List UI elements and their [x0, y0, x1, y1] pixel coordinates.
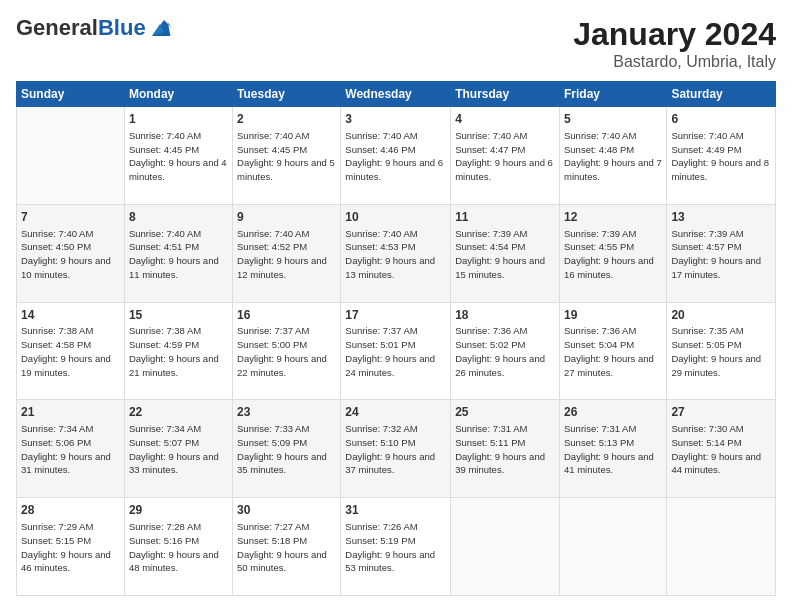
- day-info: Sunrise: 7:40 AMSunset: 4:52 PMDaylight:…: [237, 227, 336, 282]
- calendar-cell: 19Sunrise: 7:36 AMSunset: 5:04 PMDayligh…: [559, 302, 666, 400]
- day-number: 16: [237, 307, 336, 324]
- day-info: Sunrise: 7:30 AMSunset: 5:14 PMDaylight:…: [671, 422, 771, 477]
- day-info: Sunrise: 7:36 AMSunset: 5:04 PMDaylight:…: [564, 324, 662, 379]
- calendar-week-row: 7Sunrise: 7:40 AMSunset: 4:50 PMDaylight…: [17, 204, 776, 302]
- calendar-cell: [451, 498, 560, 596]
- day-number: 23: [237, 404, 336, 421]
- day-number: 26: [564, 404, 662, 421]
- calendar-cell: 16Sunrise: 7:37 AMSunset: 5:00 PMDayligh…: [233, 302, 341, 400]
- calendar-cell: 14Sunrise: 7:38 AMSunset: 4:58 PMDayligh…: [17, 302, 125, 400]
- day-info: Sunrise: 7:32 AMSunset: 5:10 PMDaylight:…: [345, 422, 446, 477]
- calendar-table: SundayMondayTuesdayWednesdayThursdayFrid…: [16, 81, 776, 596]
- day-of-week-header: Tuesday: [233, 82, 341, 107]
- day-info: Sunrise: 7:28 AMSunset: 5:16 PMDaylight:…: [129, 520, 228, 575]
- day-info: Sunrise: 7:39 AMSunset: 4:57 PMDaylight:…: [671, 227, 771, 282]
- day-info: Sunrise: 7:38 AMSunset: 4:59 PMDaylight:…: [129, 324, 228, 379]
- day-number: 9: [237, 209, 336, 226]
- day-number: 1: [129, 111, 228, 128]
- day-number: 6: [671, 111, 771, 128]
- calendar-cell: 15Sunrise: 7:38 AMSunset: 4:59 PMDayligh…: [124, 302, 232, 400]
- calendar-cell: [667, 498, 776, 596]
- calendar-cell: 4Sunrise: 7:40 AMSunset: 4:47 PMDaylight…: [451, 107, 560, 205]
- calendar-cell: 3Sunrise: 7:40 AMSunset: 4:46 PMDaylight…: [341, 107, 451, 205]
- calendar-cell: 10Sunrise: 7:40 AMSunset: 4:53 PMDayligh…: [341, 204, 451, 302]
- title-block: January 2024 Bastardo, Umbria, Italy: [573, 16, 776, 71]
- day-info: Sunrise: 7:40 AMSunset: 4:47 PMDaylight:…: [455, 129, 555, 184]
- day-number: 13: [671, 209, 771, 226]
- day-info: Sunrise: 7:40 AMSunset: 4:48 PMDaylight:…: [564, 129, 662, 184]
- calendar-cell: 27Sunrise: 7:30 AMSunset: 5:14 PMDayligh…: [667, 400, 776, 498]
- day-info: Sunrise: 7:37 AMSunset: 5:00 PMDaylight:…: [237, 324, 336, 379]
- day-info: Sunrise: 7:40 AMSunset: 4:50 PMDaylight:…: [21, 227, 120, 282]
- calendar-cell: 2Sunrise: 7:40 AMSunset: 4:45 PMDaylight…: [233, 107, 341, 205]
- location-title: Bastardo, Umbria, Italy: [573, 53, 776, 71]
- day-info: Sunrise: 7:40 AMSunset: 4:53 PMDaylight:…: [345, 227, 446, 282]
- day-number: 20: [671, 307, 771, 324]
- day-info: Sunrise: 7:40 AMSunset: 4:45 PMDaylight:…: [129, 129, 228, 184]
- day-number: 10: [345, 209, 446, 226]
- day-number: 31: [345, 502, 446, 519]
- logo: GeneralBlue: [16, 16, 172, 40]
- calendar-cell: 30Sunrise: 7:27 AMSunset: 5:18 PMDayligh…: [233, 498, 341, 596]
- day-info: Sunrise: 7:31 AMSunset: 5:11 PMDaylight:…: [455, 422, 555, 477]
- day-info: Sunrise: 7:27 AMSunset: 5:18 PMDaylight:…: [237, 520, 336, 575]
- calendar-week-row: 28Sunrise: 7:29 AMSunset: 5:15 PMDayligh…: [17, 498, 776, 596]
- day-number: 17: [345, 307, 446, 324]
- day-info: Sunrise: 7:33 AMSunset: 5:09 PMDaylight:…: [237, 422, 336, 477]
- day-info: Sunrise: 7:40 AMSunset: 4:51 PMDaylight:…: [129, 227, 228, 282]
- day-info: Sunrise: 7:39 AMSunset: 4:55 PMDaylight:…: [564, 227, 662, 282]
- calendar-cell: 23Sunrise: 7:33 AMSunset: 5:09 PMDayligh…: [233, 400, 341, 498]
- day-number: 8: [129, 209, 228, 226]
- day-number: 24: [345, 404, 446, 421]
- calendar-header-row: SundayMondayTuesdayWednesdayThursdayFrid…: [17, 82, 776, 107]
- calendar-cell: 13Sunrise: 7:39 AMSunset: 4:57 PMDayligh…: [667, 204, 776, 302]
- calendar-cell: 11Sunrise: 7:39 AMSunset: 4:54 PMDayligh…: [451, 204, 560, 302]
- calendar-cell: 31Sunrise: 7:26 AMSunset: 5:19 PMDayligh…: [341, 498, 451, 596]
- calendar-week-row: 14Sunrise: 7:38 AMSunset: 4:58 PMDayligh…: [17, 302, 776, 400]
- calendar-cell: 18Sunrise: 7:36 AMSunset: 5:02 PMDayligh…: [451, 302, 560, 400]
- day-info: Sunrise: 7:40 AMSunset: 4:49 PMDaylight:…: [671, 129, 771, 184]
- day-number: 18: [455, 307, 555, 324]
- calendar-cell: 29Sunrise: 7:28 AMSunset: 5:16 PMDayligh…: [124, 498, 232, 596]
- day-number: 25: [455, 404, 555, 421]
- calendar-page: GeneralBlue January 2024 Bastardo, Umbri…: [0, 0, 792, 612]
- calendar-cell: 28Sunrise: 7:29 AMSunset: 5:15 PMDayligh…: [17, 498, 125, 596]
- calendar-cell: 6Sunrise: 7:40 AMSunset: 4:49 PMDaylight…: [667, 107, 776, 205]
- calendar-cell: 9Sunrise: 7:40 AMSunset: 4:52 PMDaylight…: [233, 204, 341, 302]
- day-number: 21: [21, 404, 120, 421]
- day-number: 19: [564, 307, 662, 324]
- calendar-cell: 7Sunrise: 7:40 AMSunset: 4:50 PMDaylight…: [17, 204, 125, 302]
- day-info: Sunrise: 7:40 AMSunset: 4:46 PMDaylight:…: [345, 129, 446, 184]
- calendar-cell: 26Sunrise: 7:31 AMSunset: 5:13 PMDayligh…: [559, 400, 666, 498]
- day-number: 3: [345, 111, 446, 128]
- calendar-cell: 8Sunrise: 7:40 AMSunset: 4:51 PMDaylight…: [124, 204, 232, 302]
- calendar-cell: 20Sunrise: 7:35 AMSunset: 5:05 PMDayligh…: [667, 302, 776, 400]
- day-info: Sunrise: 7:34 AMSunset: 5:06 PMDaylight:…: [21, 422, 120, 477]
- calendar-cell: 17Sunrise: 7:37 AMSunset: 5:01 PMDayligh…: [341, 302, 451, 400]
- day-info: Sunrise: 7:37 AMSunset: 5:01 PMDaylight:…: [345, 324, 446, 379]
- day-info: Sunrise: 7:36 AMSunset: 5:02 PMDaylight:…: [455, 324, 555, 379]
- calendar-cell: 24Sunrise: 7:32 AMSunset: 5:10 PMDayligh…: [341, 400, 451, 498]
- day-number: 5: [564, 111, 662, 128]
- calendar-cell: 21Sunrise: 7:34 AMSunset: 5:06 PMDayligh…: [17, 400, 125, 498]
- day-number: 15: [129, 307, 228, 324]
- day-info: Sunrise: 7:31 AMSunset: 5:13 PMDaylight:…: [564, 422, 662, 477]
- calendar-week-row: 1Sunrise: 7:40 AMSunset: 4:45 PMDaylight…: [17, 107, 776, 205]
- day-number: 28: [21, 502, 120, 519]
- day-number: 29: [129, 502, 228, 519]
- day-number: 14: [21, 307, 120, 324]
- calendar-cell: [17, 107, 125, 205]
- calendar-cell: 22Sunrise: 7:34 AMSunset: 5:07 PMDayligh…: [124, 400, 232, 498]
- day-number: 12: [564, 209, 662, 226]
- day-info: Sunrise: 7:34 AMSunset: 5:07 PMDaylight:…: [129, 422, 228, 477]
- day-info: Sunrise: 7:39 AMSunset: 4:54 PMDaylight:…: [455, 227, 555, 282]
- calendar-cell: 5Sunrise: 7:40 AMSunset: 4:48 PMDaylight…: [559, 107, 666, 205]
- day-number: 22: [129, 404, 228, 421]
- day-number: 7: [21, 209, 120, 226]
- day-of-week-header: Saturday: [667, 82, 776, 107]
- day-number: 4: [455, 111, 555, 128]
- calendar-week-row: 21Sunrise: 7:34 AMSunset: 5:06 PMDayligh…: [17, 400, 776, 498]
- logo-icon: [148, 16, 172, 40]
- logo-blue-text: Blue: [98, 15, 146, 40]
- day-of-week-header: Friday: [559, 82, 666, 107]
